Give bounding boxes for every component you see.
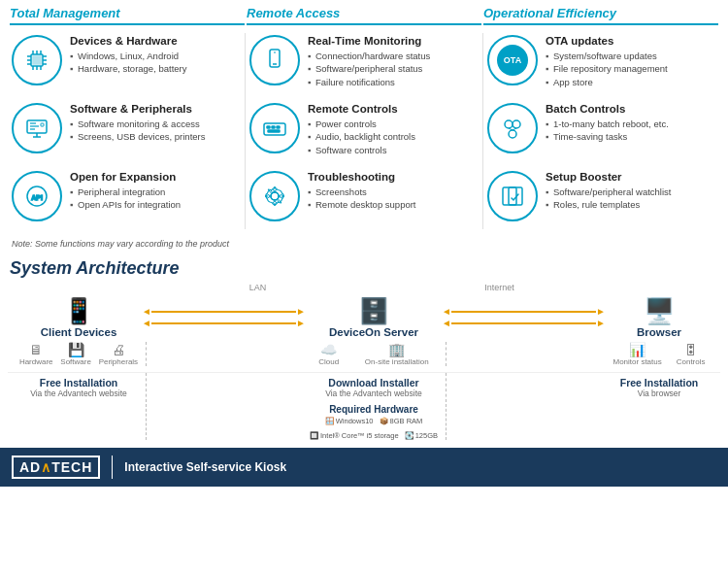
feature-devices-hardware: Devices & Hardware Windows, Linux, Andro… [8,29,245,97]
software-peripherals-list: Software monitoring & access Screens, US… [70,118,241,144]
feature-batch-controls: Batch Controls 1-to-many batch reboot, e… [483,97,720,165]
feature-software-peripherals: Software & Peripherals Software monitori… [8,97,245,165]
install-divider-2 [446,373,447,402]
troubleshooting-title: Troubleshooting [308,171,479,183]
api-icon: API [12,171,62,221]
list-item: Peripheral integration [70,186,241,198]
setup-booster-list: Software/peripheral watchlist Roles, rul… [546,186,716,212]
devices-hardware-list: Windows, Linux, Android Hardware, storag… [70,50,241,76]
remote-controls-content: Remote Controls Power controls Audio, ba… [308,103,479,156]
lan-label: LAN [151,283,364,296]
arch-main-row: 📱 Client Devices ◄ ► ◄ ► 🗄️ DeviceOn Ser… [8,296,720,338]
note-text: Note: Some functions may vary according … [0,237,728,253]
hw-specs-row: 🪟 Windows10 📦 8GB RAM 🔲 Intel® Core™ i5 … [306,417,442,440]
sub-icon-controls: 🎛 Controls [677,342,706,366]
feature-ota-updates: OTA OTA updates System/software updates … [483,29,720,97]
svg-point-32 [271,192,279,200]
browser-install: Free Installation Via browser [606,373,712,402]
open-expansion-title: Open for Expansion [70,171,241,183]
batch-controls-title: Batch Controls [546,103,716,115]
realtime-monitoring-content: Real-Time Monitoring Connection/hardware… [308,35,479,88]
list-item: Screens, USB devices, printers [70,130,241,143]
svg-text:API: API [31,194,43,201]
list-item: Windows, Linux, Android [70,50,241,62]
list-item: Failure notifications [308,76,479,88]
svg-point-35 [509,130,516,138]
divider-2 [446,342,447,366]
svg-rect-39 [509,187,522,205]
feature-grid: Devices & Hardware Windows, Linux, Andro… [0,25,728,237]
svg-point-33 [505,120,513,128]
browser-label: Browser [637,326,681,338]
feature-col-3: OTA OTA updates System/software updates … [483,29,720,233]
browser-node: 🖥️ Browser [606,296,712,338]
svg-rect-30 [268,130,280,132]
server-install: Download Installer Via the Advantech web… [306,373,442,402]
ota-badge: OTA [497,45,528,76]
client-devices-node: 📱 Client Devices [16,296,142,338]
list-item: Remote desktop support [308,198,479,211]
deviceon-server-label: DeviceOn Server [329,326,418,338]
list-item: Hardware, storage, battery [70,62,241,75]
feature-realtime-monitoring: Real-Time Monitoring Connection/hardware… [246,29,482,97]
software-peripherals-title: Software & Peripherals [70,103,241,115]
hw-spec-ram: 📦 8GB RAM [380,417,423,425]
sysarch-title: System Architecture [0,253,728,283]
footer-logo: AD∧TECH [12,456,100,479]
sub-icons-row: 🖥 Hardware 💾 Software 🖨 Peripherals ☁️ C… [8,338,720,370]
client-install-title: Free Installation [16,377,142,388]
feature-troubleshooting: Troubleshooting Screenshots Remote deskt… [246,165,482,233]
setup-icon [487,171,538,221]
sub-icon-monitor-status: 📊 Monitor status [612,342,661,366]
footer-divider [112,456,113,479]
feature-open-expansion: API Open for Expansion Peripheral integr… [8,165,245,233]
svg-point-34 [513,120,520,128]
server-sub-icons: ☁️ Cloud 🏢 On-site installation [306,342,442,366]
sub-icon-hardware: 🖥 Hardware [19,342,53,366]
feature-setup-booster: Setup Booster Software/peripheral watchl… [483,165,720,233]
req-hardware-block: Required Hardware 🪟 Windows10 📦 8GB RAM … [306,404,442,440]
list-item: Audio, backlight controls [308,130,479,143]
internet-arrow: ◄ ► ◄ ► [442,306,606,329]
list-item: Software/peripheral watchlist [546,186,716,198]
chip-icon [12,35,62,85]
lan-arrow: ◄ ► ◄ ► [142,306,306,329]
troubleshooting-content: Troubleshooting Screenshots Remote deskt… [308,171,479,212]
svg-rect-38 [503,187,516,205]
client-sub-icons: 🖥 Hardware 💾 Software 🖨 Peripherals [16,342,142,366]
req-hardware-title: Required Hardware [306,404,442,415]
svg-rect-27 [267,126,270,128]
phone-large-icon: 📱 [63,296,94,326]
svg-rect-20 [41,123,44,126]
client-install-sub: Via the Advantech website [16,388,142,398]
install-divider-1 [146,373,147,402]
batch-controls-content: Batch Controls 1-to-many batch reboot, e… [546,103,716,144]
devices-hardware-title: Devices & Hardware [70,35,241,47]
client-install: Free Installation Via the Advantech webs… [16,373,142,402]
remote-controls-title: Remote Controls [308,103,479,115]
divider-1 [146,342,147,366]
ota-updates-list: System/software updates File repository … [546,50,716,88]
list-item: Time-saving tasks [546,130,716,143]
svg-rect-13 [33,56,41,64]
server-icon: 🗄️ [358,296,389,326]
list-item: Open APIs for integration [70,198,241,211]
sysarch-title-text: System Architecture [10,258,179,278]
ota-updates-content: OTA updates System/software updates File… [546,35,716,88]
open-expansion-list: Peripheral integration Open APIs for int… [70,186,241,212]
keyboard-icon [249,103,300,153]
browser-sub-icons: 📊 Monitor status 🎛 Controls [606,342,712,366]
ota-icon: OTA [487,35,538,85]
gear-icon [249,171,300,221]
sub-icon-onsite: 🏢 On-site installation [365,342,429,366]
list-item: Software/peripheral status [308,62,479,75]
realtime-monitoring-title: Real-Time Monitoring [308,35,479,47]
browser-install-title: Free Installation [606,377,712,388]
list-item: App store [546,76,716,88]
header-col1: Total Management [10,6,245,25]
footer: AD∧TECH Interactive Self-service Kiosk [0,448,728,487]
svg-rect-28 [272,126,275,128]
sub-icon-peripherals: 🖨 Peripherals [99,342,138,366]
list-item: System/software updates [546,50,716,62]
req-hardware-section: Required Hardware 🪟 Windows10 📦 8GB RAM … [8,404,720,444]
